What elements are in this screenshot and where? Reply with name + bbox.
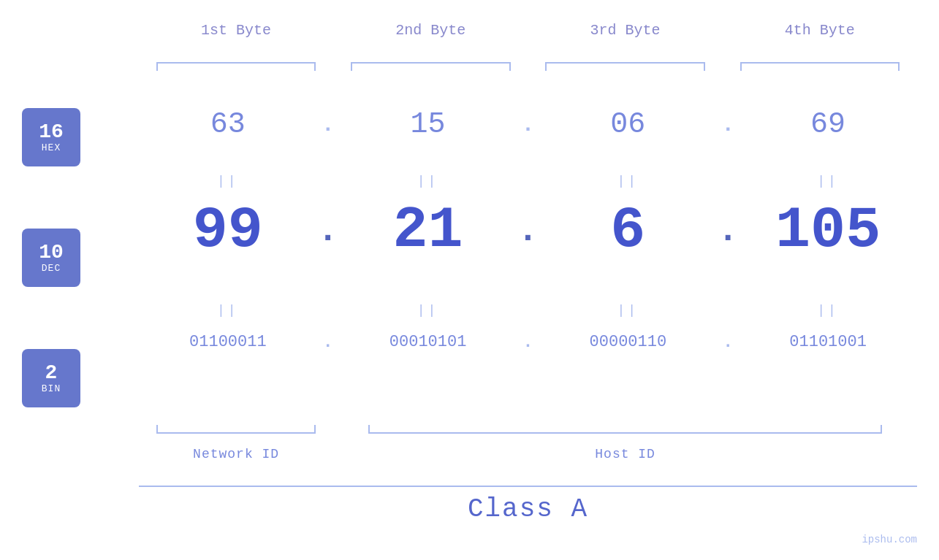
bracket-cell-1 (139, 62, 333, 71)
bin-val-2: 00010101 (389, 333, 467, 351)
equals-2-b1: || (139, 303, 317, 318)
bin-base-num: 2 (45, 363, 58, 383)
bracket-bottom-host (368, 425, 882, 434)
byte2-header: 2nd Byte (333, 22, 528, 39)
equals-2-b2: || (339, 303, 517, 318)
hex-row: 63 . 15 . 06 . 69 (139, 108, 917, 141)
bin-val-3: 00000110 (590, 333, 667, 351)
host-id-label: Host ID (333, 447, 917, 461)
bin-base-label: 2 BIN (22, 349, 80, 407)
dec-base-name: DEC (42, 263, 61, 274)
bottom-bracket-cell-1 (139, 425, 333, 434)
hex-byte3: 06 (539, 108, 718, 141)
bin-base-name: BIN (42, 383, 61, 394)
hex-byte2: 15 (339, 108, 517, 141)
bin-byte2: 00010101 (339, 333, 517, 351)
hex-val-1: 63 (210, 108, 246, 141)
byte-headers: 1st Byte 2nd Byte 3rd Byte 4th Byte (139, 22, 917, 39)
byte1-header: 1st Byte (139, 22, 333, 39)
dec-dot-1: . (317, 211, 339, 250)
base-labels: 16 HEX 10 DEC 2 BIN (22, 108, 80, 407)
bracket-cell-3 (528, 62, 723, 71)
byte4-header: 4th Byte (723, 22, 917, 39)
equals-row-2: || || || || (139, 303, 917, 318)
bracket-top-1 (156, 62, 316, 71)
bin-val-4: 01101001 (789, 333, 867, 351)
hex-byte4: 69 (739, 108, 917, 141)
equals-1-b2: || (339, 174, 517, 188)
watermark: ipshu.com (862, 534, 917, 545)
bottom-brackets (139, 425, 917, 434)
hex-byte1: 63 (139, 108, 317, 141)
equals-2-b4: || (739, 303, 917, 318)
bin-dot-2: . (517, 332, 539, 352)
equals-row-1: || || || || (139, 174, 917, 188)
dec-val-1: 99 (193, 197, 263, 264)
hex-dot-2: . (517, 112, 539, 137)
dec-dot-3: . (717, 211, 739, 250)
bracket-bottom-1 (156, 425, 316, 434)
dec-base-label: 10 DEC (22, 229, 80, 287)
hex-base-label: 16 HEX (22, 108, 80, 166)
main-container: 1st Byte 2nd Byte 3rd Byte 4th Byte 16 H… (0, 0, 939, 560)
class-divider-line (139, 486, 917, 487)
hex-val-2: 15 (411, 108, 446, 141)
hex-val-3: 06 (610, 108, 645, 141)
dec-dot-2: . (517, 211, 539, 250)
bottom-bracket-host (333, 425, 917, 434)
bin-dot-1: . (317, 332, 339, 352)
bracket-cell-2 (333, 62, 528, 71)
bin-byte3: 00000110 (539, 333, 718, 351)
id-labels: Network ID Host ID (139, 447, 917, 461)
hex-base-name: HEX (42, 142, 61, 153)
bin-row: 01100011 . 00010101 . 00000110 . 0110100… (139, 332, 917, 352)
class-label: Class A (139, 494, 917, 524)
equals-1-b3: || (539, 174, 718, 188)
bin-byte4: 01101001 (739, 333, 917, 351)
bracket-top-2 (351, 62, 510, 71)
dec-base-num: 10 (39, 242, 64, 263)
network-id-label: Network ID (139, 447, 333, 461)
equals-1-b1: || (139, 174, 317, 188)
dec-byte4: 105 (739, 197, 917, 264)
byte3-header: 3rd Byte (528, 22, 723, 39)
dec-val-4: 105 (775, 197, 881, 264)
top-brackets (139, 62, 917, 71)
equals-1-b4: || (739, 174, 917, 188)
dec-val-3: 6 (610, 197, 645, 264)
dec-byte2: 21 (339, 197, 517, 264)
dec-byte1: 99 (139, 197, 317, 264)
hex-dot-1: . (317, 112, 339, 137)
class-line-container: Class A (139, 486, 917, 524)
bracket-top-4 (740, 62, 900, 71)
bracket-top-3 (545, 62, 704, 71)
equals-2-b3: || (539, 303, 718, 318)
bin-dot-3: . (717, 332, 739, 352)
hex-dot-3: . (717, 112, 739, 137)
hex-base-num: 16 (39, 122, 64, 142)
dec-val-2: 21 (393, 197, 463, 264)
bin-byte1: 01100011 (139, 333, 317, 351)
dec-byte3: 6 (539, 197, 718, 264)
dec-row: 99 . 21 . 6 . 105 (139, 197, 917, 264)
bin-val-1: 01100011 (189, 333, 267, 351)
hex-val-4: 69 (810, 108, 845, 141)
bracket-cell-4 (723, 62, 917, 71)
